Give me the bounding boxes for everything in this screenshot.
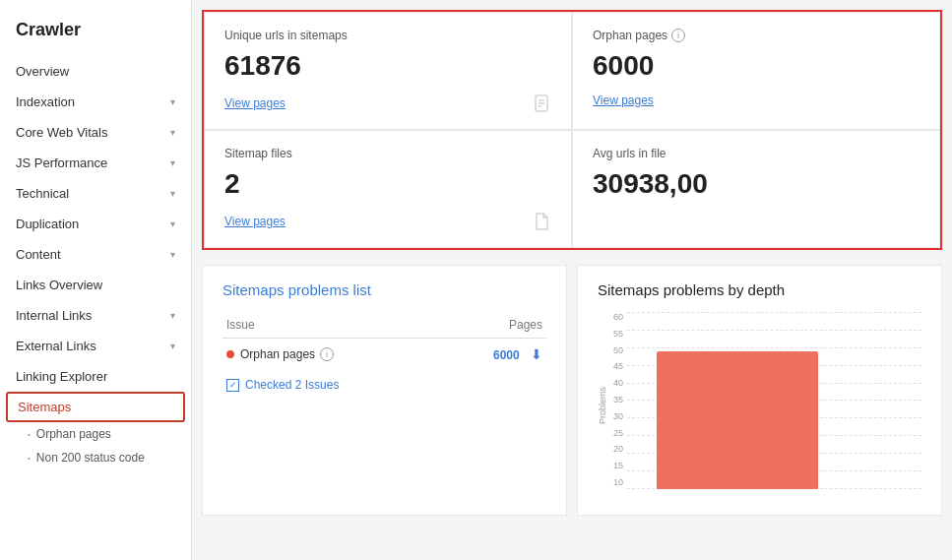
sidebar-item-label: Indexation (16, 94, 75, 109)
issue-label: Orphan pages (240, 347, 315, 361)
sidebar-item-label: Sitemaps (18, 400, 71, 414)
stat-value-sitemap-files: 2 (224, 168, 551, 200)
y-value: 35 (613, 395, 623, 404)
download-icon[interactable]: ⬇ (531, 346, 542, 362)
sidebar-subitem-label: Orphan pages (36, 427, 111, 441)
sidebar-item-sitemaps[interactable]: Sitemaps (6, 392, 185, 422)
info-icon[interactable]: i (320, 347, 334, 361)
sidebar-item-technical[interactable]: Technical ▾ (0, 178, 191, 209)
checked-cell: ✓ Checked 2 Issues (222, 370, 546, 400)
sidebar-title: Crawler (0, 10, 191, 56)
sidebar-item-label: Technical (16, 186, 69, 201)
problems-list-title: Sitemaps problems list (222, 281, 546, 298)
y-value: 25 (613, 428, 623, 438)
stat-label-sitemap-files: Sitemap files (224, 147, 551, 160)
problems-list-card: Sitemaps problems list Issue Pages (202, 265, 567, 516)
sidebar-item-label: Overview (16, 64, 69, 79)
chevron-down-icon: ▾ (170, 218, 175, 229)
checkbox-icon: ✓ (226, 379, 239, 392)
pages-cell: 6000 ⬇ (439, 339, 546, 371)
sidebar: Crawler Overview Indexation ▾ Core Web V… (0, 0, 192, 560)
sidebar-item-content[interactable]: Content ▾ (0, 239, 191, 270)
stat-link-sitemap-files[interactable]: View pages (224, 212, 551, 231)
stat-label-avg-urls: Avg urls in file (593, 147, 920, 160)
chart-title: Sitemaps problems by depth (598, 281, 921, 298)
info-icon[interactable]: i (671, 29, 685, 42)
chevron-down-icon: ▾ (170, 249, 175, 260)
stat-card-orphan-pages: Orphan pages i 6000 View pages (572, 12, 940, 130)
document-icon (532, 212, 551, 231)
y-value: 40 (613, 378, 623, 388)
main-content: Unique urls in sitemaps 61876 View pages… (192, 0, 952, 560)
sidebar-item-label: External Links (16, 339, 96, 353)
y-value: 45 (613, 361, 623, 371)
y-value: 60 (613, 312, 623, 322)
stat-link-unique-urls[interactable]: View pages (224, 93, 551, 113)
problems-chart-card: Sitemaps problems by depth Problems 60 5… (577, 265, 942, 516)
pages-count: 6000 (493, 348, 520, 362)
sidebar-item-label: Internal Links (16, 308, 92, 323)
sidebar-subitem-non200[interactable]: Non 200 status code (0, 446, 191, 469)
sidebar-item-label: Duplication (16, 217, 79, 231)
chevron-down-icon: ▾ (170, 341, 175, 351)
stat-link-orphan-pages[interactable]: View pages (593, 93, 920, 107)
stat-value-orphan-pages: 6000 (593, 50, 920, 82)
sidebar-item-links-overview[interactable]: Links Overview (0, 270, 191, 300)
table-row: Orphan pages i 6000 ⬇ (222, 339, 546, 371)
chart-bar (657, 351, 818, 489)
sidebar-item-duplication[interactable]: Duplication ▾ (0, 209, 191, 239)
sidebar-item-internal-links[interactable]: Internal Links ▾ (0, 300, 191, 331)
problems-section: Sitemaps problems list Issue Pages (202, 265, 942, 516)
chevron-down-icon: ▾ (170, 157, 175, 168)
sidebar-item-label: Linking Explorer (16, 369, 107, 384)
sidebar-item-core-web-vitals[interactable]: Core Web Vitals ▾ (0, 117, 191, 148)
checked-label: Checked 2 Issues (245, 378, 339, 392)
stat-card-sitemap-files: Sitemap files 2 View pages (204, 130, 572, 248)
sidebar-item-label: Links Overview (16, 278, 102, 292)
problems-table: Issue Pages Orphan pages i (222, 312, 546, 400)
chart-bar-area (627, 312, 921, 489)
y-axis-label: Problems (598, 387, 607, 424)
stat-label-unique-urls: Unique urls in sitemaps (224, 29, 551, 42)
sidebar-item-label: Core Web Vitals (16, 125, 107, 140)
checked-row: ✓ Checked 2 Issues (222, 370, 546, 400)
sidebar-subitem-orphan-pages[interactable]: Orphan pages (0, 422, 191, 446)
stat-card-avg-urls: Avg urls in file 30938,00 (572, 130, 940, 248)
chevron-down-icon: ▾ (170, 188, 175, 199)
sidebar-item-overview[interactable]: Overview (0, 56, 191, 87)
sidebar-item-linking-explorer[interactable]: Linking Explorer (0, 361, 191, 392)
chevron-down-icon: ▾ (170, 127, 175, 138)
sidebar-item-js-performance[interactable]: JS Performance ▾ (0, 148, 191, 178)
y-value: 55 (613, 329, 623, 339)
stat-card-unique-urls: Unique urls in sitemaps 61876 View pages (204, 12, 572, 130)
y-value: 15 (613, 461, 623, 470)
red-dot-icon (226, 350, 234, 358)
sidebar-item-label: JS Performance (16, 156, 107, 170)
y-value: 30 (613, 411, 623, 421)
stat-value-avg-urls: 30938,00 (593, 168, 920, 200)
sidebar-item-indexation[interactable]: Indexation ▾ (0, 87, 191, 117)
y-value: 10 (613, 477, 623, 487)
issue-cell: Orphan pages i (222, 339, 439, 371)
sidebar-item-label: Content (16, 247, 61, 262)
checked-issues[interactable]: ✓ Checked 2 Issues (226, 378, 542, 392)
chevron-down-icon: ▾ (170, 310, 175, 321)
sidebar-subitem-label: Non 200 status code (36, 451, 145, 465)
sidebar-item-external-links[interactable]: External Links ▾ (0, 331, 191, 361)
stat-label-orphan-pages: Orphan pages i (593, 29, 920, 42)
stats-grid: Unique urls in sitemaps 61876 View pages… (202, 10, 942, 250)
y-value: 20 (613, 444, 623, 454)
file-icon (532, 93, 551, 113)
y-value: 50 (613, 345, 623, 355)
chevron-down-icon: ▾ (170, 96, 175, 107)
stat-value-unique-urls: 61876 (224, 50, 551, 82)
problems-list-title-colored: problems list (288, 281, 371, 298)
col-header-pages: Pages (439, 312, 546, 339)
col-header-issue: Issue (222, 312, 439, 339)
